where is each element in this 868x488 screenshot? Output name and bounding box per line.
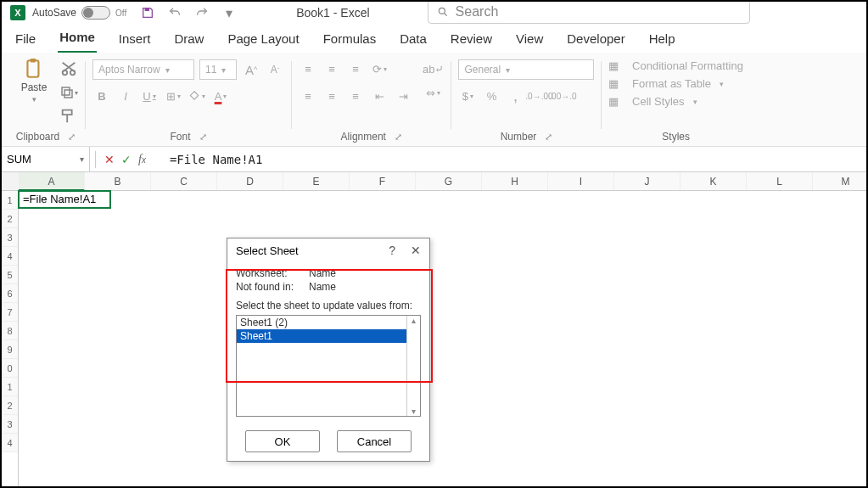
column-header[interactable]: C — [151, 172, 217, 190]
cut-icon[interactable] — [59, 59, 78, 78]
font-name-combo[interactable]: Aptos Narrow▾ — [92, 59, 194, 80]
tab-page-layout[interactable]: Page Layout — [226, 28, 300, 53]
clipboard-launcher-icon[interactable]: ⤢ — [68, 132, 76, 143]
column-header[interactable]: H — [482, 172, 548, 190]
number-launcher-icon[interactable]: ⤢ — [545, 132, 552, 143]
spreadsheet-grid[interactable]: 1 2 3 4 5 6 7 8 9 0 1 2 3 4 A B C D E F … — [2, 172, 866, 488]
wrap-text-button[interactable]: ab⤶ — [423, 59, 444, 78]
scroll-up-icon[interactable]: ▴ — [412, 316, 416, 325]
row-header[interactable]: 4 — [2, 247, 18, 266]
alignment-launcher-icon[interactable]: ⤢ — [395, 132, 402, 143]
orientation-icon[interactable]: ⟳▾ — [370, 59, 389, 78]
redo-icon[interactable] — [193, 3, 211, 22]
align-middle-icon[interactable]: ≡ — [322, 59, 341, 78]
currency-icon[interactable]: $▾ — [458, 87, 477, 105]
select-all-corner[interactable] — [2, 172, 19, 191]
undo-icon[interactable] — [165, 3, 184, 22]
comma-icon[interactable]: , — [506, 87, 524, 105]
column-header[interactable]: D — [217, 172, 283, 190]
tab-view[interactable]: View — [514, 28, 545, 53]
tab-file[interactable]: File — [14, 28, 37, 53]
border-button[interactable]: ⊞▾ — [164, 87, 182, 105]
tab-help[interactable]: Help — [647, 28, 677, 53]
indent-dec-icon[interactable]: ⇤ — [370, 87, 389, 105]
copy-icon[interactable]: ▾ — [59, 83, 78, 102]
fill-color-button[interactable]: ▾ — [188, 87, 206, 105]
percent-icon[interactable]: % — [482, 87, 501, 105]
paste-button[interactable]: Paste ▾ — [14, 58, 54, 104]
row-header[interactable]: 2 — [2, 396, 18, 415]
number-format-combo[interactable]: General▾ — [458, 59, 594, 80]
tab-review[interactable]: Review — [449, 28, 494, 53]
save-icon[interactable] — [138, 3, 157, 22]
tab-data[interactable]: Data — [398, 28, 428, 53]
row-header[interactable]: 6 — [2, 284, 18, 303]
underline-button[interactable]: U▾ — [140, 87, 159, 105]
column-header[interactable]: L — [747, 172, 813, 190]
search-box[interactable]: Search — [428, 0, 750, 24]
cell-styles-button[interactable]: ▦ Cell Styles▾ — [608, 95, 742, 108]
tab-home[interactable]: Home — [58, 26, 97, 53]
active-cell[interactable]: =File Name!A1 — [18, 190, 111, 209]
font-launcher-icon[interactable]: ⤢ — [199, 132, 207, 143]
decrease-font-icon[interactable]: Aˇ — [266, 60, 284, 79]
formula-input[interactable]: =File Name!A1 — [170, 153, 866, 166]
align-top-icon[interactable]: ≡ — [299, 59, 317, 78]
column-header[interactable]: M — [813, 172, 866, 190]
format-painter-icon[interactable] — [59, 107, 78, 126]
column-header[interactable]: I — [548, 172, 614, 190]
row-header[interactable]: 1 — [2, 378, 18, 396]
row-header[interactable]: 0 — [2, 359, 18, 378]
tab-developer[interactable]: Developer — [565, 28, 626, 53]
dialog-help-icon[interactable]: ? — [389, 244, 395, 257]
listbox-scrollbar[interactable]: ▴▾ — [406, 316, 420, 416]
list-item[interactable]: Sheet1 — [237, 329, 406, 343]
font-size-combo[interactable]: 11▾ — [199, 59, 237, 80]
column-header[interactable]: F — [350, 172, 416, 190]
namebox-dropdown-icon[interactable]: ▾ — [80, 154, 84, 164]
tab-insert[interactable]: Insert — [117, 28, 153, 53]
row-header[interactable]: 2 — [2, 210, 18, 228]
align-bottom-icon[interactable]: ≡ — [346, 59, 365, 78]
insert-function-icon[interactable]: fx — [138, 153, 146, 166]
tab-formulas[interactable]: Formulas — [322, 28, 378, 53]
merge-button[interactable]: ⇔▾ — [423, 83, 444, 102]
row-header[interactable]: 8 — [2, 322, 18, 340]
dialog-close-icon[interactable]: ✕ — [411, 244, 421, 257]
enter-formula-icon[interactable]: ✓ — [121, 153, 132, 166]
row-header[interactable]: 3 — [2, 228, 18, 247]
column-header[interactable]: E — [283, 172, 350, 190]
ok-button[interactable]: OK — [245, 430, 320, 452]
indent-inc-icon[interactable]: ⇥ — [394, 87, 412, 105]
cancel-button[interactable]: Cancel — [337, 430, 412, 452]
row-header[interactable]: 5 — [2, 266, 18, 284]
row-header[interactable]: 1 — [2, 191, 18, 210]
italic-button[interactable]: I — [116, 87, 135, 105]
row-header[interactable]: 3 — [2, 415, 18, 434]
align-left-icon[interactable]: ≡ — [299, 87, 317, 105]
decrease-decimal-icon[interactable]: .00→.0 — [553, 87, 572, 105]
align-right-icon[interactable]: ≡ — [346, 87, 365, 105]
font-color-button[interactable]: A▾ — [211, 87, 230, 105]
column-header[interactable]: G — [416, 172, 482, 190]
increase-font-icon[interactable]: A^ — [242, 60, 260, 79]
column-header[interactable]: J — [614, 172, 680, 190]
autosave-toggle[interactable]: AutoSave Off — [32, 6, 126, 20]
tab-draw[interactable]: Draw — [172, 28, 205, 53]
align-center-icon[interactable]: ≡ — [322, 87, 341, 105]
format-as-table-button[interactable]: ▦ Format as Table▾ — [608, 77, 742, 90]
row-header[interactable]: 9 — [2, 340, 18, 359]
row-header[interactable]: 7 — [2, 303, 18, 322]
bold-button[interactable]: B — [92, 87, 111, 105]
qat-dropdown-icon[interactable]: ▾ — [220, 3, 238, 22]
conditional-formatting-button[interactable]: ▦ Conditional Formatting — [608, 59, 742, 72]
increase-decimal-icon[interactable]: .0→.00 — [529, 87, 548, 105]
list-item[interactable]: Sheet1 (2) — [237, 316, 406, 329]
name-box[interactable]: SUM ▾ — [2, 147, 90, 171]
column-header[interactable]: K — [680, 172, 747, 190]
scroll-down-icon[interactable]: ▾ — [412, 407, 416, 416]
cancel-formula-icon[interactable]: ✕ — [104, 153, 115, 166]
column-header[interactable]: A — [19, 172, 85, 191]
toggle-icon[interactable] — [81, 6, 110, 20]
column-header[interactable]: B — [85, 172, 151, 190]
